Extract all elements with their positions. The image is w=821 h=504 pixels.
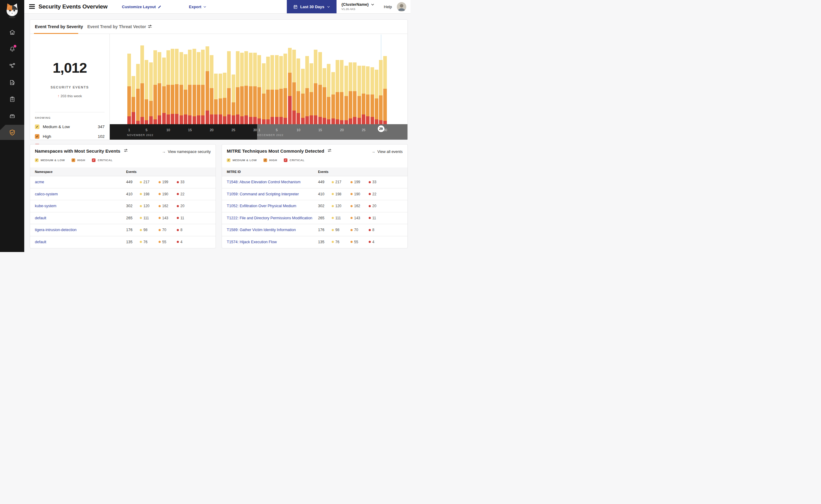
table-row[interactable]: default13576554	[30, 236, 216, 248]
medium-low-count: 198	[140, 192, 149, 196]
namespace-link[interactable]: kube-system	[35, 204, 56, 208]
table-row[interactable]: T1052: Exfiltration Over Physical Medium…	[222, 200, 407, 212]
day-bar	[197, 52, 200, 124]
november-axis-segment	[110, 124, 257, 140]
hamburger-menu-icon[interactable]	[29, 4, 35, 9]
bar-segment	[353, 91, 357, 117]
day-bar	[288, 48, 292, 124]
sidebar-item-alerts[interactable]	[0, 42, 24, 55]
critical-dot	[369, 217, 371, 219]
chart-settings-sliders-icon[interactable]	[148, 24, 152, 30]
sidebar-item-workloads[interactable]	[0, 109, 24, 122]
mitre-technique-link[interactable]: T1052: Exfiltration Over Physical Medium	[227, 204, 296, 208]
high-count: 70	[158, 228, 166, 232]
namespace-link[interactable]: default	[35, 216, 46, 220]
severity-checkbox[interactable]: ✓	[284, 158, 288, 162]
day-bar	[353, 62, 357, 124]
namespace-link[interactable]: acme	[35, 180, 44, 184]
namespace-link[interactable]: default	[35, 240, 46, 244]
severity-checkbox[interactable]: ✓	[35, 124, 39, 129]
bar-segment	[227, 51, 231, 88]
x-axis-band[interactable]: 151015202530151015202530NOVEMBER 2022DEC…	[110, 124, 407, 140]
table-row[interactable]: T1059: Command and Scripting Interpreter…	[222, 188, 407, 201]
table-row[interactable]: T1548: Abuse Elevation Control Mechanism…	[222, 176, 407, 188]
calico-cat-logo[interactable]	[3, 2, 21, 19]
severity-checkbox[interactable]: ✓	[35, 134, 39, 139]
card-settings-sliders-icon[interactable]	[327, 148, 332, 154]
table-row[interactable]: calico-system41019819022	[30, 188, 216, 201]
severity-checkbox[interactable]: ✓	[227, 158, 231, 162]
network-graph-icon	[9, 62, 15, 69]
sidebar-item-reports[interactable]	[0, 76, 24, 89]
customize-layout-button[interactable]: Customize Layout	[122, 5, 161, 9]
medium-low-dot	[332, 205, 334, 207]
filter-chip-medium-low[interactable]: ✓MEDIUM & LOW	[35, 158, 65, 162]
sidebar-item-security-events[interactable]	[0, 125, 24, 140]
bar-segment	[136, 89, 140, 121]
pencil-icon	[158, 5, 161, 9]
severity-checkbox[interactable]: ✓	[35, 158, 38, 162]
view-all-events-link[interactable]: → View all events	[371, 149, 403, 154]
bar-segment	[357, 66, 361, 96]
cluster-selector[interactable]: {ClusterName} V1.26 AKS	[341, 2, 374, 11]
card-settings-sliders-icon[interactable]	[124, 148, 128, 154]
namespace-link[interactable]: calico-system	[35, 192, 58, 196]
day-bar	[258, 55, 261, 124]
severity-checkbox[interactable]: ✓	[92, 158, 95, 162]
table-row[interactable]: default26511114311	[30, 212, 216, 224]
bar-segment	[210, 114, 214, 124]
mitre-technique-link[interactable]: T1589: Gather Victim Identity Informatio…	[227, 228, 296, 232]
filter-chip-high[interactable]: ✓HIGH	[264, 158, 277, 162]
filter-chip-critical[interactable]: ✓CRITICAL	[92, 158, 112, 162]
tab-event-trend-by-severity[interactable]: Event Trend by Severity	[35, 24, 83, 29]
table-row[interactable]: acme44921719933	[30, 176, 216, 188]
export-button[interactable]: Export	[189, 5, 207, 9]
mitre-technique-link[interactable]: T1548: Abuse Elevation Control Mechanism	[227, 180, 301, 184]
bar-segment	[371, 117, 374, 124]
date-range-button[interactable]: Last 30 Days	[287, 0, 337, 13]
filter-chip-critical[interactable]: ✓CRITICAL	[284, 158, 304, 162]
table-row[interactable]: kube-system30212016220	[30, 200, 216, 212]
day-bar	[318, 52, 322, 124]
day-bar	[188, 50, 191, 124]
sidebar-item-home[interactable]	[0, 25, 24, 39]
day-bar	[232, 75, 235, 124]
bar-segment	[336, 119, 339, 124]
axis-tick: 5	[276, 128, 278, 132]
namespace-link[interactable]: tigera-intrusion-detection	[35, 228, 77, 232]
mitre-technique-link[interactable]: T1222: File and Directory Permissions Mo…	[227, 216, 312, 220]
severity-checkbox[interactable]: ✓	[264, 158, 267, 162]
legend-row-medium-low[interactable]: ✓Medium & Low347	[35, 124, 105, 130]
bar-segment	[318, 117, 322, 124]
bar-segment	[249, 86, 253, 117]
sidebar-item-compliance[interactable]	[0, 92, 24, 106]
table-row[interactable]: T1589: Gather Victim Identity Informatio…	[222, 224, 407, 236]
bar-segment	[127, 86, 131, 116]
bar-segment	[284, 54, 287, 88]
sidebar-item-service-graph[interactable]	[0, 59, 24, 72]
filter-chip-medium-low[interactable]: ✓MEDIUM & LOW	[227, 158, 257, 162]
help-link[interactable]: Help	[384, 5, 392, 9]
table-row[interactable]: tigera-intrusion-detection17698708	[30, 224, 216, 236]
bar-segment	[344, 96, 348, 120]
axis-tick: 25	[232, 128, 235, 132]
bar-segment	[336, 60, 339, 92]
bar-segment	[192, 49, 196, 85]
bar-segment	[314, 83, 318, 115]
view-namespace-security-link[interactable]: → View namespace security	[161, 149, 211, 154]
selected-day-marker[interactable]: 29	[378, 125, 384, 132]
mitre-technique-link[interactable]: T1574: Hijack Execution Flow	[227, 240, 277, 244]
mitre-technique-link[interactable]: T1059: Command and Scripting Interpreter	[227, 192, 299, 196]
legend-row-high[interactable]: ✓High102	[35, 133, 105, 139]
medium-low-dot	[332, 193, 334, 195]
bar-segment	[266, 119, 270, 124]
user-avatar[interactable]	[397, 2, 406, 12]
critical-dot	[177, 229, 179, 231]
table-row[interactable]: T1574: Hijack Execution Flow13576554	[222, 236, 407, 248]
tab-event-trend-by-threat-vector[interactable]: Event Trend by Threat Vector	[87, 24, 146, 29]
filter-chip-high[interactable]: ✓HIGH	[71, 158, 85, 162]
severity-checkbox[interactable]: ✓	[71, 158, 75, 162]
table-row[interactable]: T1222: File and Directory Permissions Mo…	[222, 212, 407, 224]
events-total: 176	[318, 228, 324, 232]
high-count: 55	[351, 240, 358, 244]
